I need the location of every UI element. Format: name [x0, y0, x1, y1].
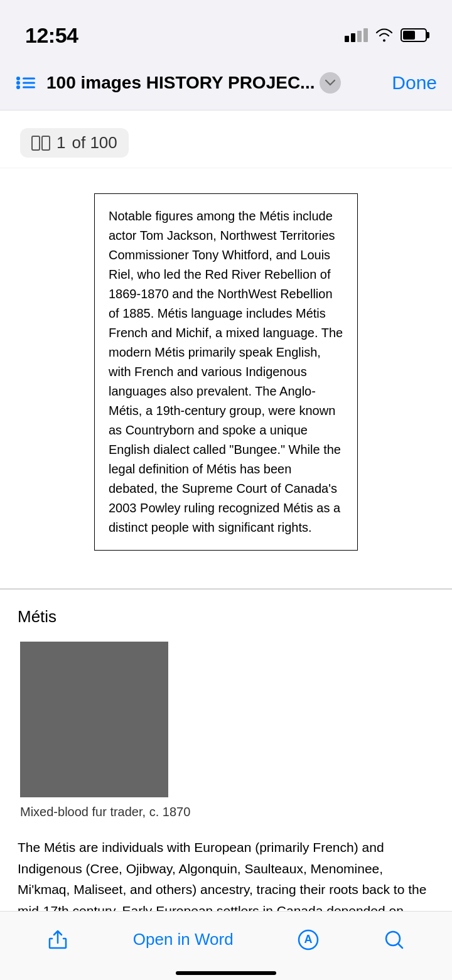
status-icons [345, 28, 427, 42]
svg-point-1 [16, 81, 20, 85]
page-counter-area: 1 of 100 [0, 110, 452, 168]
search-icon [384, 929, 405, 950]
svg-rect-6 [32, 136, 40, 150]
search-button[interactable] [384, 929, 405, 950]
svg-rect-4 [23, 82, 35, 83]
share-button[interactable] [47, 929, 68, 950]
wifi-icon [375, 28, 393, 42]
svg-rect-3 [23, 77, 35, 79]
svg-point-10 [386, 932, 400, 945]
document-text-content: Notable figures among the Métis include … [109, 209, 343, 534]
document-card-2-label: Métis [15, 607, 437, 627]
open-in-word-label: Open in Word [133, 930, 234, 949]
image-caption: Mixed-blood fur trader, c. 1870 [20, 805, 437, 819]
home-indicator [176, 971, 276, 975]
document-text-box: Notable figures among the Métis include … [94, 193, 358, 551]
signal-icon [345, 28, 368, 42]
annotate-button[interactable]: A [298, 929, 319, 950]
chevron-down-icon[interactable] [320, 72, 341, 94]
document-card-1: Notable figures among the Métis include … [0, 168, 452, 589]
list-icon[interactable] [15, 74, 36, 92]
annotate-icon: A [298, 929, 319, 950]
battery-icon [401, 28, 427, 42]
svg-point-0 [16, 77, 20, 80]
document-image [20, 642, 168, 797]
done-button[interactable]: Done [392, 72, 437, 94]
svg-rect-5 [23, 86, 35, 88]
nav-title-area: 100 images HISTORY PROJEC... [46, 72, 382, 94]
nav-title: 100 images HISTORY PROJEC... [46, 73, 315, 93]
page-icon [31, 136, 50, 151]
page-of-total: of 100 [72, 133, 117, 153]
page-current: 1 [56, 133, 65, 153]
svg-text:A: A [304, 933, 313, 945]
nav-bar: 100 images HISTORY PROJEC... Done [0, 55, 452, 110]
bottom-toolbar: Open in Word A [0, 911, 452, 980]
share-icon [47, 929, 68, 950]
open-in-word-button[interactable]: Open in Word [133, 930, 234, 949]
svg-point-2 [16, 85, 20, 89]
status-time: 12:54 [25, 23, 78, 48]
svg-rect-7 [42, 136, 50, 150]
page-counter-badge: 1 of 100 [20, 128, 129, 158]
status-bar: 12:54 [0, 0, 452, 55]
